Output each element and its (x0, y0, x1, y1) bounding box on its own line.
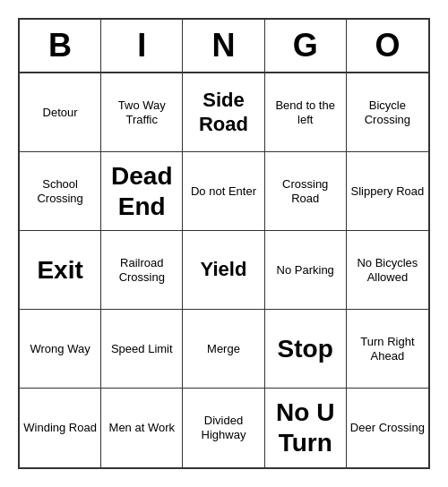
bingo-cell: Dead End (101, 152, 183, 231)
bingo-cell: Winding Road (20, 389, 101, 467)
bingo-cell: Turn Right Ahead (347, 310, 428, 389)
bingo-header: BINGO (20, 20, 428, 73)
bingo-cell: Exit (20, 231, 101, 310)
bingo-cell: Bend to the left (265, 73, 347, 152)
bingo-cell: Men at Work (101, 389, 183, 467)
bingo-cell: Do not Enter (183, 152, 264, 231)
bingo-cell: No U Turn (265, 389, 347, 467)
bingo-cell: Stop (265, 310, 347, 389)
bingo-cell: No Parking (265, 231, 347, 310)
bingo-cell: Divided Highway (183, 389, 264, 467)
bingo-cell: Wrong Way (20, 310, 101, 389)
bingo-cell: Yield (183, 231, 264, 310)
bingo-cell: Speed Limit (101, 310, 183, 389)
bingo-cell: Two Way Traffic (101, 73, 183, 152)
header-letter: I (101, 20, 183, 72)
header-letter: N (183, 20, 264, 72)
bingo-cell: Deer Crossing (347, 389, 428, 467)
header-letter: O (347, 20, 428, 72)
bingo-cell: Railroad Crossing (101, 231, 183, 310)
bingo-cell: School Crossing (20, 152, 101, 231)
bingo-cell: Detour (20, 73, 101, 152)
bingo-cell: Side Road (183, 73, 264, 152)
bingo-grid: DetourTwo Way TrafficSide RoadBend to th… (20, 73, 428, 467)
bingo-cell: Merge (183, 310, 264, 389)
bingo-cell: Bicycle Crossing (347, 73, 428, 152)
bingo-cell: Crossing Road (265, 152, 347, 231)
bingo-cell: Slippery Road (347, 152, 428, 231)
bingo-card: BINGO DetourTwo Way TrafficSide RoadBend… (18, 18, 430, 469)
header-letter: G (265, 20, 347, 72)
bingo-cell: No Bicycles Allowed (347, 231, 428, 310)
header-letter: B (20, 20, 101, 72)
